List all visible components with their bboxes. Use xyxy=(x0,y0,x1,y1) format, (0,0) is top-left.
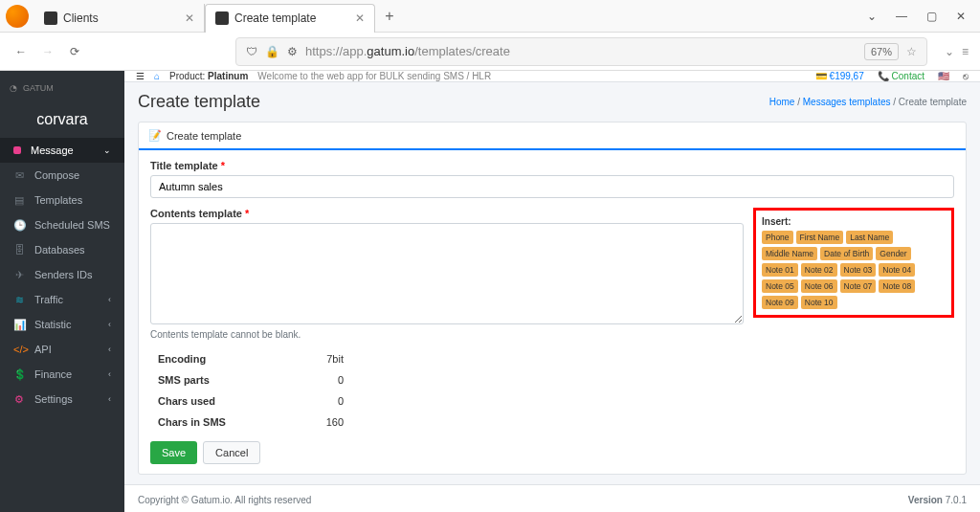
chevron-down-icon[interactable]: ⌄ xyxy=(867,10,877,23)
insert-chip[interactable]: Note 06 xyxy=(801,279,837,293)
paperplane-icon: ✈ xyxy=(13,269,25,281)
browser-tab-clients[interactable]: Clients ✕ xyxy=(34,4,205,33)
chart-icon: 📊 xyxy=(13,319,25,331)
insert-chip[interactable]: Date of Birth xyxy=(820,247,873,260)
breadcrumb-home[interactable]: Home xyxy=(769,97,795,107)
insert-label: Insert: xyxy=(762,216,946,227)
chevron-left-icon: ‹ xyxy=(108,369,111,379)
favicon-icon xyxy=(215,11,229,25)
menu-toggle-icon[interactable]: ☰ xyxy=(136,71,145,81)
sidebar: ◔ GATUM corvara Message ⌄ ✉Compose ▤Temp… xyxy=(0,71,124,512)
breadcrumb-current: Create template xyxy=(899,97,967,107)
envelope-icon: ✉ xyxy=(13,169,25,182)
firefox-icon xyxy=(6,5,29,28)
chevron-down-icon: ⌄ xyxy=(103,145,111,155)
logo: ◔ GATUM xyxy=(0,71,124,105)
favicon-icon xyxy=(44,11,57,25)
sidebar-item-compose[interactable]: ✉Compose xyxy=(0,163,124,188)
topbar: ☰ ⌂ Product: Platinum Welcome to the web… xyxy=(124,71,980,82)
close-icon[interactable]: ✕ xyxy=(355,11,365,25)
stats-table: Encoding7bit SMS parts0 Chars used0 Char… xyxy=(150,347,351,434)
insert-chip[interactable]: Note 02 xyxy=(801,263,837,277)
insert-chip[interactable]: Note 05 xyxy=(762,279,798,293)
contents-textarea[interactable] xyxy=(150,223,744,324)
contents-label: Contents template * xyxy=(150,208,744,219)
page-title: Create template xyxy=(138,92,260,112)
card-header: 📝 Create template xyxy=(139,122,966,150)
reload-button[interactable]: ⟳ xyxy=(65,45,84,58)
insert-chip[interactable]: Note 09 xyxy=(762,296,798,309)
url-text: https://app.gatum.io/templates/create xyxy=(305,44,857,58)
flag-icon[interactable]: 🇺🇸 xyxy=(938,71,949,81)
zoom-badge[interactable]: 67% xyxy=(864,43,899,60)
footer: Copyright © Gatum.io. All rights reserve… xyxy=(124,484,980,512)
breadcrumb-templates[interactable]: Messages templates xyxy=(803,97,891,107)
tab-label: Clients xyxy=(63,11,99,25)
lock-icon: 🔒 xyxy=(265,45,279,58)
permissions-icon: ⚙ xyxy=(287,45,298,58)
insert-chip[interactable]: Note 04 xyxy=(879,263,915,277)
insert-chip[interactable]: Note 10 xyxy=(801,296,837,309)
gear-icon: ⚙ xyxy=(13,393,25,406)
back-button[interactable]: ← xyxy=(11,45,31,58)
sidebar-item-scheduled[interactable]: 🕒Scheduled SMS xyxy=(0,212,124,237)
sidebar-item-label: Message xyxy=(31,145,74,156)
home-icon[interactable]: ⌂ xyxy=(154,71,160,81)
insert-chip[interactable]: Note 03 xyxy=(840,263,877,277)
clock-icon: 🕒 xyxy=(13,219,25,232)
help-text: Contents template cannot be blank. xyxy=(150,329,744,340)
insert-chip[interactable]: Gender xyxy=(876,247,910,260)
wallet-icon: 💲 xyxy=(13,368,25,381)
close-icon[interactable]: ✕ xyxy=(185,11,194,25)
tab-label: Create template xyxy=(234,11,316,25)
pocket-icon[interactable]: ⌄ xyxy=(945,45,954,58)
sidebar-item-traffic[interactable]: ≋Traffic‹ xyxy=(0,287,124,312)
insert-chip[interactable]: Last Name xyxy=(846,231,893,244)
insert-chip[interactable]: First Name xyxy=(796,231,844,244)
new-tab-button[interactable]: + xyxy=(375,0,404,33)
address-bar: ← → ⟳ 🛡 🔒 ⚙ https://app.gatum.io/templat… xyxy=(0,33,980,71)
sidebar-item-message[interactable]: Message ⌄ xyxy=(0,138,124,163)
insert-chip[interactable]: Note 07 xyxy=(840,279,877,293)
insert-chip[interactable]: Note 01 xyxy=(762,263,798,277)
sidebar-item-settings[interactable]: ⚙Settings‹ xyxy=(0,387,124,412)
balance[interactable]: 💳 €199,67 xyxy=(815,71,864,81)
maximize-icon[interactable]: ▢ xyxy=(926,10,937,23)
url-field[interactable]: 🛡 🔒 ⚙ https://app.gatum.io/templates/cre… xyxy=(235,37,927,66)
forward-button[interactable]: → xyxy=(38,45,57,58)
sidebar-item-databases[interactable]: 🗄Databases xyxy=(0,237,124,262)
copyright: Copyright © Gatum.io. All rights reserve… xyxy=(138,495,311,505)
welcome-text: Welcome to the web app for BULK sending … xyxy=(257,71,491,81)
insert-chip[interactable]: Middle Name xyxy=(762,247,817,260)
create-template-card: 📝 Create template Title template * Conte… xyxy=(138,122,967,475)
brand-name: corvara xyxy=(0,105,124,138)
insert-chip[interactable]: Phone xyxy=(762,231,793,244)
bookmark-icon[interactable]: ☆ xyxy=(906,45,917,58)
signal-icon: ≋ xyxy=(13,294,25,306)
chevron-left-icon: ‹ xyxy=(108,295,111,304)
chevron-left-icon: ‹ xyxy=(108,320,111,329)
close-window-icon[interactable]: ✕ xyxy=(956,10,966,23)
menu-icon[interactable]: ≡ xyxy=(962,45,969,58)
title-input[interactable] xyxy=(150,175,954,198)
sidebar-item-finance[interactable]: 💲Finance‹ xyxy=(0,362,124,387)
sidebar-item-templates[interactable]: ▤Templates xyxy=(0,188,124,212)
sidebar-item-statistic[interactable]: 📊Statistic‹ xyxy=(0,312,124,337)
logo-icon: ◔ xyxy=(10,83,17,93)
contact-link[interactable]: 📞 Contact xyxy=(878,71,924,81)
sidebar-item-senders[interactable]: ✈Senders IDs xyxy=(0,262,124,287)
code-icon: </> xyxy=(13,344,25,355)
sidebar-item-api[interactable]: </>API‹ xyxy=(0,337,124,362)
layers-icon: ▤ xyxy=(13,194,25,207)
insert-chip[interactable]: Note 08 xyxy=(879,279,915,293)
insert-panel: Insert: PhoneFirst NameLast NameMiddle N… xyxy=(753,208,954,318)
database-icon: 🗄 xyxy=(13,244,25,256)
minimize-icon[interactable]: ― xyxy=(896,10,907,23)
save-button[interactable]: Save xyxy=(150,441,197,464)
shield-icon: 🛡 xyxy=(246,45,257,58)
chevron-left-icon: ‹ xyxy=(108,345,111,354)
breadcrumb: Home / Messages templates / Create templ… xyxy=(769,97,967,107)
cancel-button[interactable]: Cancel xyxy=(203,441,260,464)
browser-tab-create-template[interactable]: Create template ✕ xyxy=(205,4,375,33)
logout-icon[interactable]: ⎋ xyxy=(963,71,969,81)
